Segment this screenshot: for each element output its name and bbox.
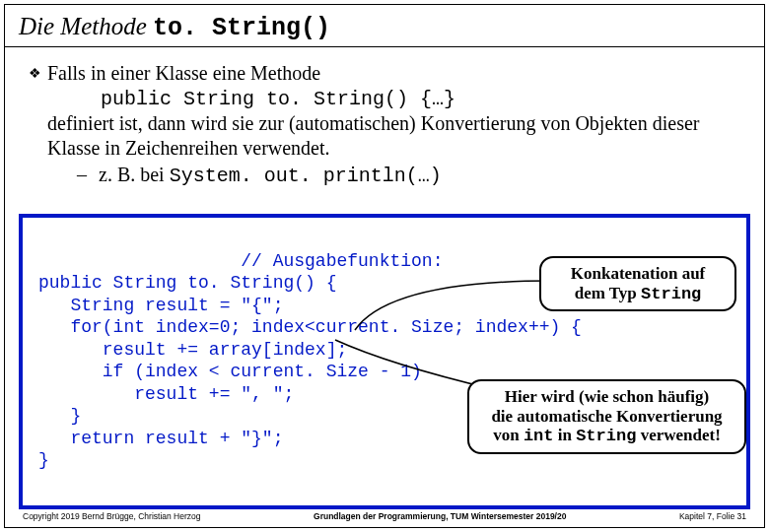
callout2-l2: die automatische Konvertierung (491, 407, 722, 426)
sub-code: System. out. println(…) (170, 165, 442, 187)
code-l9: } (38, 450, 49, 470)
slide-frame: Die Methode to. String() ❖ Falls in eine… (4, 4, 765, 528)
callout2-l1: Hier wird (wie schon häufig) (505, 387, 709, 406)
footer: Copyright 2019 Bernd Brügge, Christian H… (23, 511, 746, 521)
slide-title: Die Methode to. String() (5, 5, 764, 47)
bullet-text: Falls in einer Klasse eine Methode publi… (47, 61, 740, 188)
callout-convert: Hier wird (wie schon häufig) die automat… (467, 379, 746, 454)
callout2-l3b: int (524, 427, 554, 445)
bullet-code1: public String to. String() {…} (101, 88, 455, 110)
callout1-l2b: String (641, 285, 701, 303)
callout2-l3d: String (576, 427, 636, 445)
code-l1: public String to. String() { (38, 273, 336, 293)
title-text: Die Methode (19, 13, 153, 39)
bullet-item: ❖ Falls in einer Klasse eine Methode pub… (29, 61, 740, 188)
callout-concat: Konkatenation auf dem Typ String (539, 256, 736, 311)
dash-icon: – (77, 163, 87, 188)
code-comment: // Ausgabefunktion: (38, 251, 443, 271)
bullet-line2: definiert ist, dann wird sie zur (automa… (47, 112, 699, 159)
footer-right: Kapitel 7, Folie 31 (679, 511, 746, 521)
diamond-icon: ❖ (29, 65, 41, 188)
slide-body: ❖ Falls in einer Klasse eine Methode pub… (5, 47, 764, 196)
callout1-l1: Konkatenation auf (571, 264, 706, 283)
sub-pre: z. B. bei (99, 164, 170, 185)
callout1-l2a: dem Typ (575, 284, 641, 302)
callout2-l3a: von (493, 426, 524, 444)
callout2-l3e: verwendet! (636, 426, 720, 444)
sub-bullet-text: z. B. bei System. out. println(…) (99, 163, 442, 188)
footer-mid: Grundlagen der Programmierung, TUM Winte… (314, 511, 566, 521)
bullet-line1: Falls in einer Klasse eine Methode (47, 62, 320, 84)
code-l7: } (38, 406, 81, 426)
title-code: to. String() (153, 14, 330, 42)
footer-left: Copyright 2019 Bernd Brügge, Christian H… (23, 511, 201, 521)
callout2-l3c: in (553, 426, 576, 444)
code-l2: String result = "{"; (38, 296, 283, 315)
code-l8: return result + "}"; (38, 429, 283, 448)
sub-bullet: – z. B. bei System. out. println(…) (77, 163, 740, 188)
code-l4: result += array[index]; (38, 340, 347, 360)
code-l6: result += ", "; (38, 384, 294, 404)
